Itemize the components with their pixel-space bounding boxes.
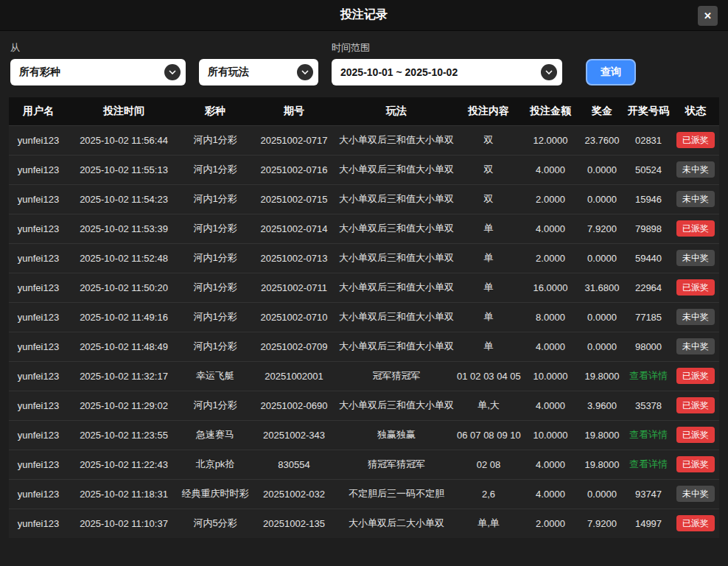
cell-username: yunfei123 [9, 391, 68, 420]
view-details-link[interactable]: 查看详情 [629, 370, 668, 381]
date-range-select-value: 2025-10-01 ~ 2025-10-02 [340, 66, 458, 78]
status-badge: 未中奖 [676, 191, 715, 207]
cell-play: 大小单双后三和值大小单双 [337, 302, 455, 332]
cell-bet-amount: 8.0000 [522, 302, 579, 332]
cell-bet-amount: 2.0000 [522, 184, 579, 214]
draw-number: 79898 [635, 223, 662, 234]
cell-status: 已派奖 [672, 420, 719, 450]
cell-issue: 20251002-0714 [251, 214, 337, 243]
cell-bet-content: 01 02 03 04 05 [455, 361, 522, 391]
cell-bet-amount: 16.0000 [522, 273, 579, 302]
cell-bet-content: 单,大 [455, 391, 522, 420]
cell-bet-amount: 2.0000 [522, 243, 579, 273]
cell-issue: 20251002001 [251, 361, 337, 391]
table-row: yunfei123 2025-10-02 11:10:37 河内5分彩 2025… [9, 509, 719, 538]
draw-number: 59440 [635, 253, 662, 264]
status-badge: 未中奖 [676, 486, 715, 502]
cell-bet-amount: 4.0000 [522, 214, 579, 243]
records-table: 用户名 投注时间 彩种 期号 玩法 投注内容 投注金额 奖金 开奖号码 状态 y… [9, 97, 719, 538]
cell-bet-time: 2025-10-02 11:29:02 [68, 391, 180, 420]
cell-issue: 20251002-0710 [251, 302, 337, 332]
cell-status: 未中奖 [672, 302, 719, 332]
draw-number: 50524 [635, 164, 662, 175]
view-details-link[interactable]: 查看详情 [629, 429, 668, 440]
cell-username: yunfei123 [9, 243, 68, 273]
spacer-label [199, 41, 318, 53]
cell-prize: 23.7600 [579, 125, 625, 155]
cell-lottery: 经典重庆时时彩 [180, 479, 251, 509]
cell-status: 已派奖 [672, 125, 719, 155]
cell-play: 大小单双后三和值大小单双 [337, 391, 455, 420]
cell-bet-amount: 10.0000 [522, 420, 579, 450]
cell-bet-amount: 4.0000 [522, 155, 579, 184]
cell-prize: 0.0000 [579, 479, 625, 509]
cell-bet-time: 2025-10-02 11:55:13 [68, 155, 180, 184]
from-label: 从 [10, 41, 186, 53]
cell-lottery: 河内1分彩 [180, 155, 251, 184]
draw-number: 15946 [635, 194, 662, 205]
status-badge: 未中奖 [676, 309, 715, 325]
table-body: yunfei123 2025-10-02 11:56:44 河内1分彩 2025… [9, 125, 719, 538]
cell-username: yunfei123 [9, 332, 68, 361]
cell-username: yunfei123 [9, 214, 68, 243]
cell-username: yunfei123 [9, 450, 68, 479]
cell-issue: 20251002-0713 [251, 243, 337, 273]
draw-number: 02831 [635, 135, 662, 146]
status-badge: 已派奖 [676, 279, 715, 296]
cell-bet-content: 双 [455, 125, 522, 155]
cell-bet-content: 双 [455, 184, 522, 214]
cell-prize: 0.0000 [579, 155, 625, 184]
view-details-link[interactable]: 查看详情 [629, 458, 668, 469]
column-header-prize: 奖金 [579, 97, 625, 125]
column-header-issue: 期号 [251, 97, 337, 125]
cell-bet-content: 单 [455, 302, 522, 332]
betting-records-modal: 投注记录 ✕ 从 所有彩种 所有玩法 时间范围 2025 [0, 0, 728, 538]
play-type-select[interactable]: 所有玩法 [199, 59, 318, 85]
cell-issue: 20251002-032 [251, 479, 337, 509]
cell-bet-amount: 2.0000 [522, 509, 579, 538]
cell-draw-number: 93747 [625, 479, 672, 509]
cell-bet-amount: 12.0000 [522, 125, 579, 155]
cell-status: 未中奖 [672, 155, 719, 184]
cell-bet-amount: 10.0000 [522, 361, 579, 391]
cell-bet-content: 02 08 [455, 450, 522, 479]
cell-lottery: 河内1分彩 [180, 243, 251, 273]
lottery-type-select[interactable]: 所有彩种 [10, 59, 186, 85]
table-header-row: 用户名 投注时间 彩种 期号 玩法 投注内容 投注金额 奖金 开奖号码 状态 [9, 97, 719, 125]
table-row: yunfei123 2025-10-02 11:29:02 河内1分彩 2025… [9, 391, 719, 420]
cell-username: yunfei123 [9, 361, 68, 391]
status-badge: 已派奖 [676, 456, 715, 472]
cell-lottery: 河内1分彩 [180, 184, 251, 214]
close-button[interactable]: ✕ [698, 6, 718, 26]
cell-draw-number: 查看详情 [625, 420, 672, 450]
cell-bet-content: 单 [455, 332, 522, 361]
status-badge: 已派奖 [676, 220, 715, 237]
cell-draw-number: 22964 [625, 273, 672, 302]
draw-number: 77185 [635, 312, 662, 323]
column-header-play: 玩法 [337, 97, 455, 125]
cell-prize: 0.0000 [579, 332, 625, 361]
cell-prize: 19.8000 [579, 361, 625, 391]
table-row: yunfei123 2025-10-02 11:18:31 经典重庆时时彩 20… [9, 479, 719, 509]
cell-draw-number: 59440 [625, 243, 672, 273]
query-button[interactable]: 查询 [586, 59, 636, 85]
column-header-bet-time: 投注时间 [68, 97, 180, 125]
cell-prize: 0.0000 [579, 302, 625, 332]
date-range-select[interactable]: 2025-10-01 ~ 2025-10-02 [332, 59, 562, 85]
play-type-select-value: 所有玩法 [208, 66, 249, 79]
table-row: yunfei123 2025-10-02 11:23:55 急速赛马 20251… [9, 420, 719, 450]
status-badge: 未中奖 [676, 161, 715, 178]
column-header-draw-number: 开奖号码 [625, 97, 672, 125]
cell-draw-number: 查看详情 [625, 450, 672, 479]
cell-lottery: 河内1分彩 [180, 125, 251, 155]
cell-lottery: 急速赛马 [180, 420, 251, 450]
filter-bar: 从 所有彩种 所有玩法 时间范围 2025-10-01 ~ 2025-10-02 [0, 31, 728, 97]
table-row: yunfei123 2025-10-02 11:56:44 河内1分彩 2025… [9, 125, 719, 155]
cell-play: 独赢独赢 [337, 420, 455, 450]
modal-header: 投注记录 ✕ [0, 0, 728, 31]
cell-play: 大小单双后三和值大小单双 [337, 332, 455, 361]
cell-username: yunfei123 [9, 125, 68, 155]
status-badge: 未中奖 [676, 250, 715, 266]
cell-bet-content: 单,单 [455, 509, 522, 538]
cell-play: 大小单双后三和值大小单双 [337, 125, 455, 155]
